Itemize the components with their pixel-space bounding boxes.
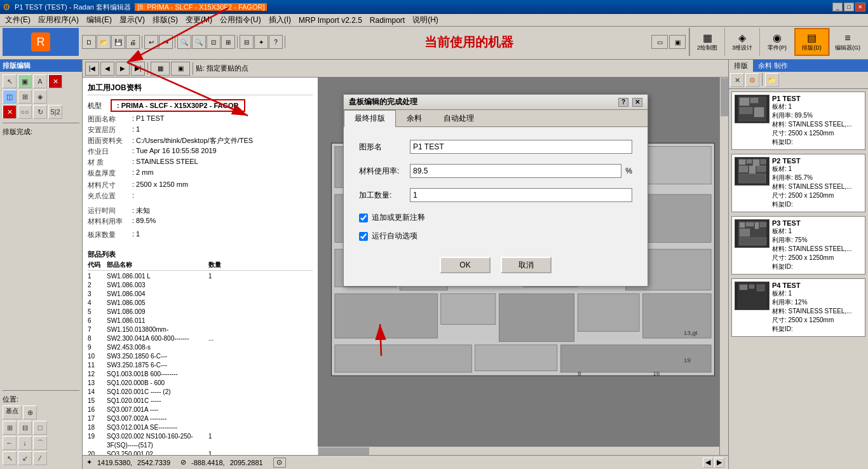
rp-tb-2[interactable]: ⚙ <box>745 73 759 87</box>
rp-tab-scrap[interactable]: 余料 制作 <box>753 60 793 72</box>
pos-icon-1[interactable]: ⊕ <box>23 405 37 419</box>
snap-button[interactable]: ✦ <box>254 35 268 49</box>
sub-btn-4[interactable]: ▶| <box>131 62 145 76</box>
scroll-right-btn[interactable]: ▶ <box>714 458 724 468</box>
scroll-left-btn[interactable]: ◀ <box>703 458 713 468</box>
toolbar-parts-button[interactable]: ◉ 零件(P) <box>759 28 794 56</box>
menu-utility[interactable]: 公用指令(U) <box>216 13 265 27</box>
toolbar-layout-button[interactable]: ▤ 排版(D) <box>794 28 829 56</box>
svg-rect-37 <box>754 107 764 117</box>
sidebar-icon-circ[interactable]: ○○ <box>18 105 32 119</box>
redo-button[interactable]: ↪ <box>159 35 173 49</box>
menu-edit[interactable]: 编辑(E) <box>83 13 116 27</box>
pos-icon-grid1[interactable]: ⊞ <box>3 421 17 435</box>
maximize-button[interactable]: □ <box>844 3 854 11</box>
part-code-13: 14 <box>88 388 107 397</box>
dialog-input-name[interactable] <box>410 140 632 154</box>
window-btn-1[interactable]: ▭ <box>651 35 668 49</box>
dialog-input-qty[interactable] <box>410 188 632 202</box>
rp-info-p1-line1: 利用率: 89.5% <box>772 111 862 120</box>
zoom-in-button[interactable]: 🔍 <box>177 35 191 49</box>
vertical-scrollbar[interactable] <box>719 78 728 455</box>
status-icon[interactable]: ⊙ <box>273 458 286 468</box>
pos-icon-grid2[interactable]: ⊟ <box>18 421 32 435</box>
menu-change[interactable]: 变更(M) <box>182 13 216 27</box>
dialog-checkbox-2[interactable] <box>359 232 368 241</box>
sidebar-icon-cursor[interactable]: ↖ <box>3 74 17 88</box>
new-button[interactable]: 🗋 <box>82 35 96 49</box>
save-button[interactable]: 💾 <box>111 35 125 49</box>
sidebar-icon-x[interactable]: ✕ <box>3 105 17 119</box>
rp-tb-3[interactable]: 📁 <box>765 73 779 87</box>
sub-btn-6[interactable]: ▣ <box>171 62 190 76</box>
dialog-tab-auto[interactable]: 自动处理 <box>433 110 485 126</box>
pos-icon-tl[interactable]: ↖ <box>3 451 17 465</box>
sidebar-icon-align[interactable]: ◈ <box>33 90 47 104</box>
sub-btn-1[interactable]: |◀ <box>85 62 99 76</box>
sidebar-icon-red[interactable]: ✕ <box>48 74 62 88</box>
svg-rect-51 <box>746 222 754 226</box>
sub-btn-2[interactable]: ◀ <box>100 62 114 76</box>
pos-icon-curve[interactable]: ⌒ <box>33 436 47 450</box>
grid-button[interactable]: ⊟ <box>240 35 254 49</box>
zoom-out-button[interactable]: 🔍 <box>192 35 206 49</box>
rp-item-p3[interactable]: P3 TEST 板材: 1 利用率: 75% 材料: STAINLESS STE… <box>731 216 865 275</box>
scroll-thumb-horizontal[interactable] <box>318 447 369 455</box>
dialog-cancel-button[interactable]: 取消 <box>501 257 552 273</box>
sidebar-icon-label[interactable]: A <box>33 74 47 88</box>
menu-insert[interactable]: 插入(I) <box>265 13 295 27</box>
dialog-checkbox-1[interactable] <box>359 214 368 222</box>
filter-button[interactable]: ⊞ <box>221 35 235 49</box>
undo-button[interactable]: ↩ <box>144 35 158 49</box>
toolbar-3d-button[interactable]: ◈ 3维设计 <box>724 28 759 56</box>
pos-icon-bl[interactable]: ↙ <box>18 451 32 465</box>
base-point-button[interactable]: 基点 <box>3 405 22 419</box>
dialog-tab-scrap[interactable]: 余料 <box>396 110 433 126</box>
dialog-tab-final[interactable]: 最终排版 <box>344 110 396 127</box>
minimize-button[interactable]: _ <box>832 3 843 11</box>
rp-item-p1[interactable]: P1 TEST 板材: 1 利用率: 89.5% 材料: STAINLESS S… <box>731 92 865 150</box>
part-name-14: SQ1.020.001C ----- <box>107 397 208 405</box>
scroll-thumb-vertical[interactable] <box>721 78 728 116</box>
sub-btn-5[interactable]: ▦ <box>151 62 170 76</box>
pos-icon-grid3[interactable]: □ <box>33 421 47 435</box>
sidebar-icon-grid[interactable]: ⊞ <box>18 90 32 104</box>
menu-radimport[interactable]: Radimport <box>366 15 409 26</box>
menu-view[interactable]: 显示(V) <box>116 13 149 27</box>
sidebar-icon-blue1[interactable]: ◫ <box>3 90 17 104</box>
rp-tab-layout[interactable]: 排版 <box>729 60 753 72</box>
menu-mrp[interactable]: MRP Import v2.2.5 <box>295 15 366 26</box>
rp-item-p2[interactable]: P2 TEST 板材: 1 利用率: 85.7% 材料: STAINLESS S… <box>731 154 865 212</box>
menu-file[interactable]: 文件(E) <box>1 13 34 27</box>
sidebar-icon-green[interactable]: ▣ <box>18 74 32 88</box>
horizontal-scrollbar[interactable] <box>318 446 719 455</box>
print-button[interactable]: 🖨 <box>126 35 140 49</box>
open-button[interactable]: 📂 <box>97 35 111 49</box>
help-button[interactable]: ? <box>269 35 283 49</box>
zoom-fit-button[interactable]: ⊡ <box>207 35 220 49</box>
dialog-input-usage[interactable] <box>410 164 621 178</box>
field-key-time: 运行时间 <box>88 206 132 215</box>
pos-icon-arr2[interactable]: ↓ <box>18 436 32 450</box>
pos-label: 位置: <box>3 395 79 404</box>
rp-name-p2: P2 TEST <box>772 157 862 165</box>
dialog-close-button[interactable]: ✕ <box>632 98 642 107</box>
menu-app[interactable]: 应用程序(A) <box>34 13 83 27</box>
menu-help[interactable]: 说明(H) <box>409 13 442 27</box>
menu-layout[interactable]: 排版(S) <box>149 13 182 27</box>
rp-item-p4[interactable]: P4 TEST 板材: 1 利用率: 12% 材料: STAINLESS STE… <box>731 278 865 337</box>
sub-btn-3[interactable]: ▶ <box>116 62 130 76</box>
toolbar-editor-button[interactable]: ≡ 编辑器(G) <box>829 28 865 56</box>
toolbar-2d-button[interactable]: ▦ 2绘制图 <box>689 28 724 56</box>
dialog-help-button[interactable]: ? <box>618 98 628 107</box>
sidebar-icon-52[interactable]: 5|2 <box>48 105 62 119</box>
window-btn-2[interactable]: ▣ <box>669 35 686 49</box>
machine-type-row: 机型 : PRIMA - SLCF - X15X30P2 - FAGOR <box>88 99 313 112</box>
close-button[interactable]: ✕ <box>855 3 865 11</box>
toolbar-3d-icon: ◈ <box>738 32 746 44</box>
pos-icon-arr1[interactable]: ← <box>3 436 17 450</box>
rp-tb-1[interactable]: ✕ <box>730 73 744 87</box>
pos-icon-line[interactable]: ∕ <box>33 451 47 465</box>
sidebar-icon-spin[interactable]: ↻ <box>33 105 47 119</box>
dialog-ok-button[interactable]: OK <box>440 257 491 273</box>
